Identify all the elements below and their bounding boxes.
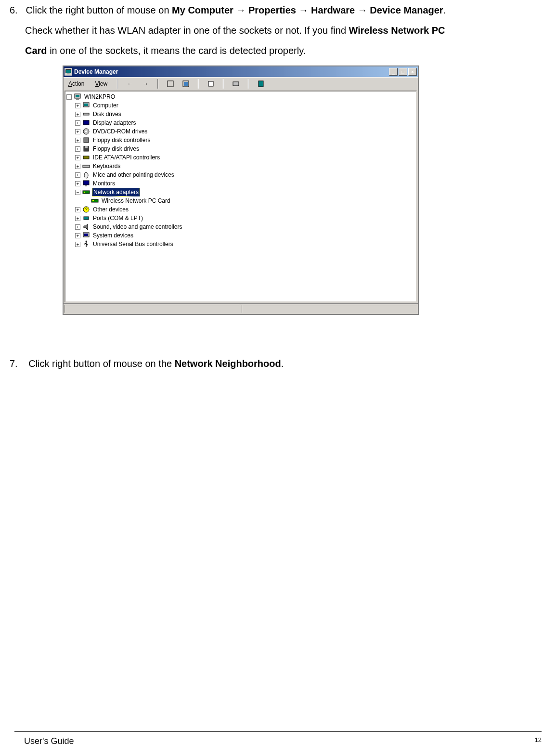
svg-rect-9 [76,95,79,97]
expander-plus-icon[interactable]: + [75,155,80,160]
svg-rect-2 [168,81,173,87]
expander-plus-icon[interactable]: + [75,207,80,212]
device-tree: − WIN2KPRO +Computer+Disk drives+Display… [66,92,415,248]
toolbar-btn-1[interactable] [165,78,176,89]
minimize-button[interactable]: _ [389,68,398,76]
tree-item[interactable]: +Ports (COM & LPT) [66,214,415,222]
mice-and-other-pointing-devices-icon [82,171,90,179]
floppy-disk-controllers-icon [82,136,90,144]
tree-item[interactable]: +Computer [66,101,415,110]
expander-plus-icon[interactable]: + [75,242,80,247]
expander-plus-icon[interactable]: + [75,224,80,230]
svg-rect-19 [85,146,88,148]
no-expander [84,198,89,204]
tree-network-adapters[interactable]: − Network adapters [66,188,415,196]
device-manager-window: Device Manager _ □ × Action View ← → − W… [63,65,419,315]
computer-icon [82,102,90,109]
tree-item-label: DVD/CD-ROM drives [92,128,148,135]
expander-minus-icon[interactable]: − [66,94,72,100]
titlebar: Device Manager _ □ × [64,66,418,77]
tree-item[interactable]: +Sound, video and game controllers [66,222,415,231]
separator-2 [157,79,158,89]
tree-item[interactable]: +Floppy disk drives [66,144,415,153]
expander-plus-icon[interactable]: + [75,216,80,221]
svg-rect-1 [67,74,69,75]
tree-item[interactable]: +Monitors [66,179,415,188]
step-7-text-a: Click right button of mouse on the [28,358,175,369]
tree-item[interactable]: +Keyboards [66,162,415,170]
arrow-3: → [355,5,370,15]
tree-item[interactable]: +Floppy disk controllers [66,136,415,144]
tree-item-label: IDE ATA/ATAPI controllers [92,154,161,161]
expander-minus-icon[interactable]: − [75,190,80,195]
tree-wireless-label: Wireless Network PC Card [101,197,171,205]
tree-item-label: Monitors [92,180,116,187]
sound-video-and-game-controllers-icon [82,223,90,231]
tree-wireless-card[interactable]: Wireless Network PC Card [66,196,415,205]
close-button[interactable]: × [408,68,417,76]
expander-plus-icon[interactable]: + [75,233,80,238]
toolbar-btn-2[interactable] [181,78,191,89]
tree-item[interactable]: +Universal Serial Bus controllers [66,240,415,248]
svg-rect-4 [184,82,188,86]
step-7: 7. Click right button of mouse on the Ne… [10,353,546,374]
step-6: 6. Click the right button of mouse on My… [10,0,546,61]
expander-plus-icon[interactable]: + [75,172,80,178]
svg-rect-7 [259,81,263,87]
menu-action[interactable]: Action [65,79,87,88]
step-7-text-b: . [281,358,284,369]
toolbar-btn-4[interactable] [231,78,241,89]
step-6-body: Check whether it has WLAN adapter in one… [10,20,546,61]
tree-item[interactable]: +Mice and other pointing devices [66,170,415,179]
tree-item[interactable]: +Display adapters [66,118,415,127]
svg-rect-28 [92,200,94,201]
tree-item[interactable]: +?Other devices [66,205,415,214]
toolbar-btn-5[interactable] [256,78,266,89]
expander-plus-icon[interactable]: + [75,146,80,152]
maximize-button[interactable]: □ [399,68,407,76]
ide-ata-atapi-controllers-icon [82,154,90,161]
tree-item[interactable]: +DVD/CD-ROM drives [66,127,415,136]
footer-guide: User's Guide [24,736,74,746]
expander-plus-icon[interactable]: + [75,103,80,108]
other-devices-icon: ? [82,206,90,213]
tree-item[interactable]: +System devices [66,231,415,240]
svg-rect-17 [84,138,89,143]
tree-area[interactable]: − WIN2KPRO +Computer+Disk drives+Display… [65,91,417,302]
tree-item[interactable]: +Disk drives [66,110,415,118]
menu-view[interactable]: View [92,79,110,88]
titlebar-text: Device Manager [74,68,389,75]
footer: User's Guide 12 [24,736,542,746]
tree-item-label: Floppy disk drives [92,145,140,153]
window-buttons: _ □ × [389,68,417,76]
svg-rect-5 [208,81,213,86]
expander-plus-icon[interactable]: + [75,112,80,117]
expander-plus-icon[interactable]: + [75,120,80,126]
network-card-icon [91,197,99,205]
svg-point-16 [85,130,87,132]
expander-plus-icon[interactable]: + [75,129,80,134]
step-6-bold-card: Card [25,45,47,56]
expander-plus-icon[interactable]: + [75,181,80,186]
svg-rect-23 [83,181,89,185]
svg-rect-14 [83,120,89,125]
floppy-disk-drives-icon [82,145,90,153]
tree-item[interactable]: +IDE ATA/ATAPI controllers [66,153,415,162]
svg-rect-21 [83,165,90,168]
svg-rect-13 [83,113,89,115]
svg-rect-6 [233,82,239,86]
step-7-num: 7. [10,353,23,374]
separator-4 [223,79,224,89]
tree-root[interactable]: − WIN2KPRO [66,92,415,101]
status-cell-2 [242,305,417,313]
back-button[interactable]: ← [125,78,135,89]
tree-item-label: Sound, video and game controllers [92,223,183,231]
tree-item-label: Ports (COM & LPT) [92,214,144,222]
arrow-2: → [296,5,311,15]
forward-button[interactable]: → [140,78,151,89]
tree-item-label: System devices [92,232,134,239]
menubar: Action View ← → [64,77,418,90]
expander-plus-icon[interactable]: + [75,164,80,169]
toolbar-btn-3[interactable] [206,78,216,89]
expander-plus-icon[interactable]: + [75,138,80,143]
